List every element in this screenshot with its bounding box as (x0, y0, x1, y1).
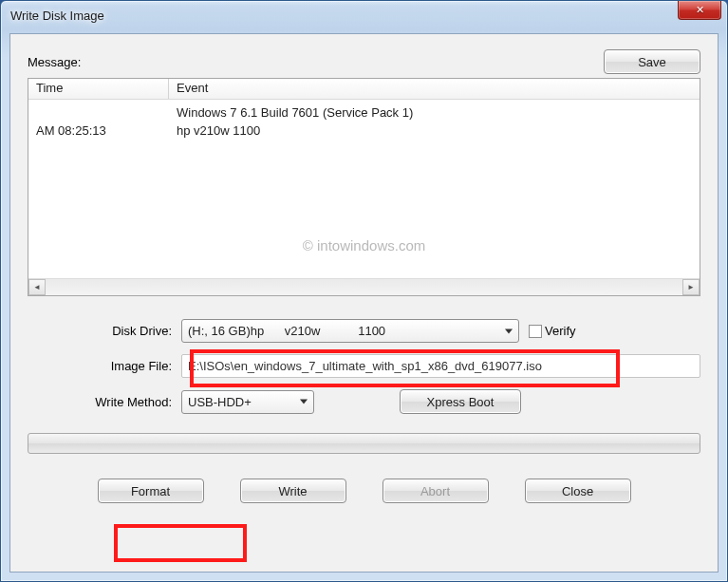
close-icon: ✕ (696, 4, 704, 16)
verify-checkbox[interactable] (529, 325, 542, 338)
message-header-row: Message: Save (28, 49, 700, 74)
row-image-file: Image File: E:\ISOs\en_windows_7_ultimat… (28, 354, 700, 378)
xpress-boot-button[interactable]: Xpress Boot (400, 389, 521, 414)
message-list-header: Time Event (28, 79, 700, 100)
image-file-field[interactable]: E:\ISOs\en_windows_7_ultimate_with_sp1_x… (181, 354, 700, 378)
chevron-down-icon (505, 329, 513, 333)
write-method-combo[interactable]: USB-HDD+ (181, 390, 314, 414)
client-area: Message: Save Time Event Windows 7 6.1 B… (9, 33, 719, 573)
chevron-down-icon (300, 400, 308, 404)
watermark-text: © intowindows.com (303, 237, 425, 253)
scroll-right-icon[interactable]: ► (682, 279, 700, 295)
horizontal-scrollbar[interactable]: ◄ ► (28, 278, 700, 295)
format-button[interactable]: Format (98, 479, 204, 503)
verify-label: Verify (545, 324, 576, 338)
message-list: Time Event Windows 7 6.1 Build 7601 (Ser… (28, 78, 700, 296)
window-title: Write Disk Image (10, 9, 104, 23)
disk-drive-combo[interactable]: (H:, 16 GB)hp v210w 1100 (181, 319, 519, 343)
form-area: Disk Drive: (H:, 16 GB)hp v210w 1100 Ver… (28, 319, 700, 414)
image-file-value: E:\ISOs\en_windows_7_ultimate_with_sp1_x… (188, 359, 542, 373)
scroll-left-icon[interactable]: ◄ (28, 279, 46, 295)
write-method-label: Write Method: (28, 395, 181, 409)
cell-event: Windows 7 6.1 Build 7601 (Service Pack 1… (169, 105, 700, 120)
write-button[interactable]: Write (240, 479, 346, 503)
col-header-event[interactable]: Event (169, 79, 700, 99)
message-list-body[interactable]: Windows 7 6.1 Build 7601 (Service Pack 1… (28, 100, 700, 278)
verify-checkbox-wrap[interactable]: Verify (529, 324, 576, 338)
close-window-button[interactable]: ✕ (678, 1, 721, 20)
message-label: Message: (28, 55, 81, 69)
save-button[interactable]: Save (604, 49, 700, 74)
scroll-track[interactable] (46, 279, 682, 295)
table-row[interactable]: Windows 7 6.1 Build 7601 (Service Pack 1… (28, 103, 700, 122)
bottom-button-row: Format Write Abort Close (28, 479, 700, 503)
row-disk-drive: Disk Drive: (H:, 16 GB)hp v210w 1100 Ver… (28, 319, 700, 343)
cell-time: AM 08:25:13 (28, 123, 169, 138)
cell-event: hp v210w 1100 (169, 123, 700, 138)
abort-button: Abort (383, 479, 489, 503)
window-frame: Write Disk Image ✕ Message: Save Time Ev… (0, 0, 728, 582)
table-row[interactable]: AM 08:25:13 hp v210w 1100 (28, 122, 700, 140)
col-header-time[interactable]: Time (28, 79, 169, 99)
row-write-method: Write Method: USB-HDD+ Xpress Boot (28, 389, 700, 414)
close-button[interactable]: Close (525, 479, 631, 503)
titlebar[interactable]: Write Disk Image ✕ (1, 1, 727, 29)
progress-bar (28, 433, 700, 454)
image-file-label: Image File: (28, 359, 181, 373)
annotation-highlight-format (114, 524, 247, 562)
write-method-value: USB-HDD+ (188, 395, 252, 409)
disk-drive-label: Disk Drive: (28, 324, 181, 338)
cell-time (28, 105, 169, 120)
disk-drive-value: (H:, 16 GB)hp v210w 1100 (188, 324, 385, 338)
